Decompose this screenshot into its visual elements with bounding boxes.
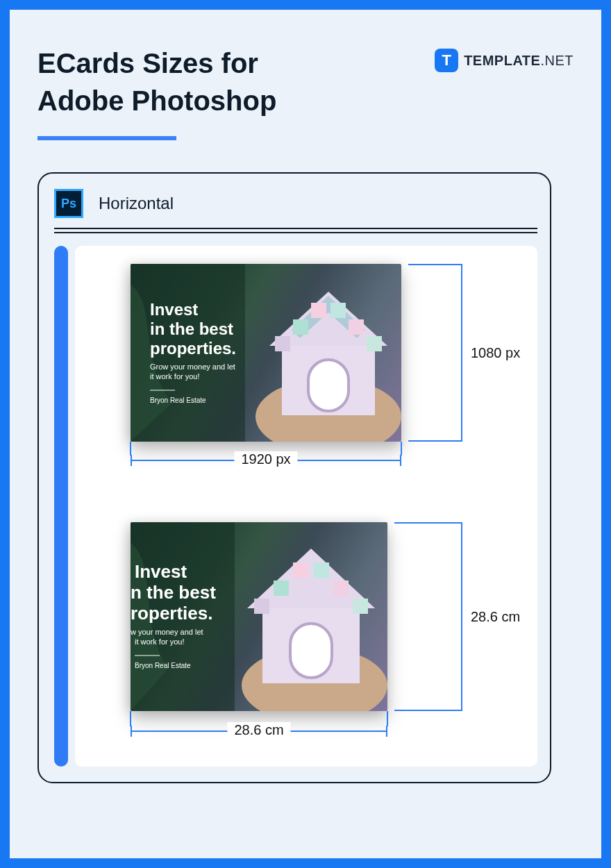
svg-rect-22 [293,562,308,578]
card1-hl2: in the best [150,319,233,338]
dimension-height-cm: 28.6 cm [394,522,462,711]
card2-sub1: w your money and let [131,628,203,636]
svg-rect-20 [254,599,269,614]
brand-icon-letter: T [442,51,451,69]
dimension-height-px-label: 1080 px [471,345,520,361]
header-divider [54,228,537,233]
svg-rect-9 [311,303,326,318]
card2-hl1: Invest [135,561,187,582]
ecard-preview-svg: Invest in the best properties. Grow your… [131,264,401,442]
template-logo-icon: T [435,49,458,72]
dim-tick [130,442,131,456]
card2-footer: Bryon Real Estate [135,662,191,669]
card1-sub1: Grow your money and let [150,362,235,371]
card2-hl3: roperties. [131,603,213,624]
brand-name-bold: TEMPLATE [464,53,540,68]
dimension-width-cm-label: 28.6 cm [227,722,290,738]
svg-rect-11 [349,319,364,335]
brand-name: TEMPLATE.NET [464,53,574,69]
dim-tick [401,442,402,456]
photoshop-window: Ps Horizontal [37,172,551,783]
svg-rect-8 [293,319,308,335]
svg-rect-25 [353,599,368,614]
dim-tick [387,711,388,726]
card1-footer: Bryon Real Estate [150,397,206,404]
page-title: ECards Sizes for Adobe Photoshop [37,44,276,119]
svg-rect-12 [367,336,382,351]
window-header: Ps Horizontal [54,189,537,218]
photoshop-icon: Ps [54,189,83,218]
svg-rect-10 [330,303,346,318]
title-underline [37,136,176,140]
ecard-preview-cm: Invest n the best roperties. w your mone… [131,522,387,711]
svg-rect-21 [274,581,289,596]
layout-label: Horizontal [99,194,174,213]
card1-sub2: it work for you! [150,372,200,381]
card2-sub2: it work for you! [135,637,185,646]
svg-rect-18 [292,625,330,676]
brand-lockup: T TEMPLATE.NET [435,49,574,72]
ecard-preview-pixels: Invest in the best properties. Grow your… [131,264,401,442]
svg-rect-23 [314,562,329,578]
svg-rect-4 [310,361,347,410]
window-body: Invest in the best properties. Grow your… [54,246,537,767]
card1-hl3: properties. [150,339,236,358]
ecard-preview-svg: Invest n the best roperties. w your mone… [131,522,387,711]
card2-hl2: n the best [131,582,216,603]
dimension-width-cm: 28.6 cm [131,731,387,732]
dimension-height-px: 1080 px [408,264,462,442]
dimension-height-cm-label: 28.6 cm [471,609,520,625]
photoshop-icon-label: Ps [61,197,76,211]
svg-rect-24 [333,581,349,596]
title-line-1: ECards Sizes for [37,48,258,78]
brand-name-suffix: .NET [540,53,574,68]
dimension-width-px-label: 1920 px [234,451,297,467]
page-header: ECards Sizes for Adobe Photoshop T TEMPL… [37,44,574,140]
page: ECards Sizes for Adobe Photoshop T TEMPL… [10,10,601,858]
card1-hl1: Invest [150,300,198,319]
canvas-area: Invest in the best properties. Grow your… [75,246,537,767]
title-line-2: Adobe Photoshop [37,85,276,116]
dim-tick [130,711,131,726]
svg-rect-7 [275,336,290,351]
dimension-width-px: 1920 px [131,460,401,461]
title-block: ECards Sizes for Adobe Photoshop [37,44,276,140]
scrollbar-rail[interactable] [54,246,68,767]
